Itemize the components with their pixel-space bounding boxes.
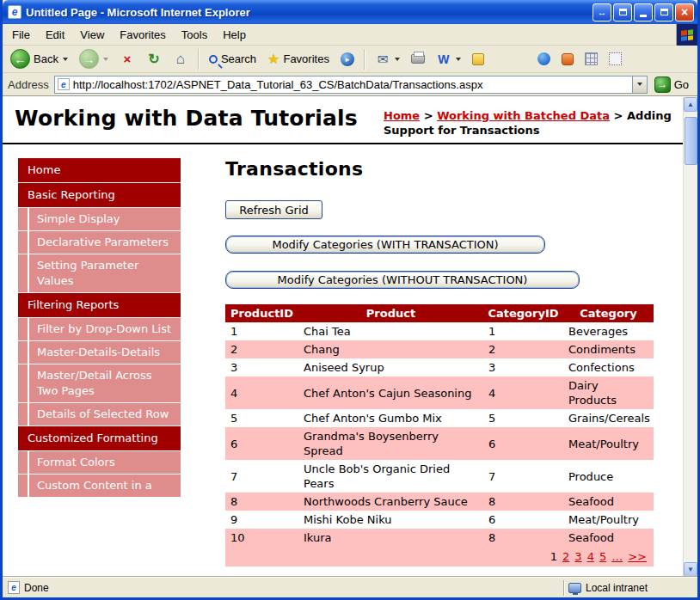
address-bar: Address e → Go: [3, 73, 697, 96]
refresh-icon: ↻: [146, 52, 162, 67]
sidebar-item[interactable]: Master-Details-Details: [18, 341, 181, 364]
sidebar-item-label: Master/Detail Across Two Pages: [29, 364, 181, 402]
back-icon: ←: [10, 49, 30, 69]
sidebar-item[interactable]: Master/Detail Across Two Pages: [18, 364, 181, 402]
discuss-button[interactable]: [468, 52, 488, 67]
select-tool-button[interactable]: [605, 51, 626, 67]
table-row: 9Mishi Kobe Niku6Meat/Poultry: [225, 511, 654, 529]
address-input[interactable]: [73, 77, 632, 92]
search-icon: [209, 55, 218, 64]
table-row: 7Uncle Bob's Organic Dried Pears7Produce: [225, 460, 654, 493]
sidebar-item[interactable]: Format Colors: [18, 451, 181, 474]
pager-row: 12345…>>: [225, 547, 654, 566]
vertical-scrollbar[interactable]: ▲ ▼: [683, 97, 697, 577]
chevron-down-icon: [456, 58, 461, 61]
breadcrumb-separator: >: [610, 109, 627, 122]
print-button[interactable]: [407, 52, 429, 65]
sidebar-item-label: Declarative Parameters: [29, 231, 181, 254]
table-row: 2Chang2Condiments: [225, 340, 654, 358]
table-cell: Uncle Bob's Organic Dried Pears: [298, 460, 483, 493]
pager-link[interactable]: 5: [599, 550, 606, 563]
table-cell: Meat/Poultry: [563, 427, 654, 460]
titlebar-extra-button-2[interactable]: [613, 3, 632, 21]
table-cell: Dairy Products: [563, 377, 654, 409]
pager-link[interactable]: >>: [628, 550, 647, 563]
page-content: Working with Data Tutorials Home > Worki…: [3, 97, 683, 577]
pager-link[interactable]: 4: [587, 550, 594, 563]
table-row: 5Chef Anton's Gumbo Mix5Grains/Cereals: [225, 409, 654, 427]
page-title: Transactions: [225, 158, 655, 180]
browser-window: e Untitled Page - Microsoft Internet Exp…: [0, 0, 700, 600]
table-row: 6Grandma's Boysenberry Spread6Meat/Poult…: [225, 427, 654, 460]
pager-link[interactable]: 2: [562, 550, 569, 563]
menu-item[interactable]: Favorites: [112, 26, 173, 44]
home-button[interactable]: ⌂: [169, 50, 193, 69]
refresh-button[interactable]: ↻: [142, 50, 166, 69]
sidebar-item[interactable]: Home: [18, 158, 181, 182]
sidebar-item[interactable]: Simple Display: [18, 208, 181, 230]
scrollbar-track[interactable]: [684, 112, 697, 562]
forward-icon: →: [79, 49, 99, 69]
media-button[interactable]: ▸: [336, 51, 359, 68]
scroll-down-button[interactable]: ▼: [684, 562, 697, 577]
sidebar-item-label: Simple Display: [29, 208, 181, 230]
sidebar-item[interactable]: Custom Content in a: [18, 474, 181, 497]
scrollbar-thumb[interactable]: [685, 117, 697, 165]
menu-item[interactable]: Help: [215, 26, 254, 44]
site-title: Working with Data Tutorials: [15, 106, 358, 138]
messenger-button[interactable]: [533, 51, 555, 67]
pager: 12345…>>: [225, 547, 654, 566]
mail-button[interactable]: ✉: [371, 50, 404, 69]
menu-item[interactable]: Edit: [38, 26, 72, 44]
menu-item[interactable]: File: [4, 26, 38, 44]
sidebar-item[interactable]: Details of Selected Row: [18, 403, 181, 426]
table-cell: 2: [483, 340, 563, 358]
sidebar-item[interactable]: Filtering Reports: [18, 293, 181, 317]
table-cell: Chai Tea: [298, 322, 483, 340]
pager-link[interactable]: …: [611, 550, 623, 563]
modify-with-transaction-button[interactable]: Modify Categories (WITH TRANSACTION): [225, 236, 545, 254]
scroll-up-button[interactable]: ▲: [684, 97, 697, 112]
toolbar: ← Back → × ↻ ⌂ Search ★ Favorites ▸ ✉ W: [3, 46, 697, 73]
back-button[interactable]: ← Back: [6, 47, 72, 70]
breadcrumb-link[interactable]: Home: [384, 109, 420, 122]
grid-tool-button[interactable]: [580, 51, 602, 67]
forward-button[interactable]: →: [75, 47, 113, 70]
menu-item[interactable]: View: [72, 26, 112, 44]
windows-logo-icon: [676, 24, 697, 46]
close-button[interactable]: ×: [675, 3, 694, 21]
sidebar-item[interactable]: Filter by Drop-Down List: [18, 318, 181, 340]
menu-item[interactable]: Tools: [174, 26, 215, 44]
sidebar-item-strip: [18, 474, 28, 497]
address-dropdown-button[interactable]: [632, 77, 647, 93]
breadcrumb-link[interactable]: Working with Batched Data: [437, 109, 610, 122]
go-button[interactable]: → Go: [653, 76, 694, 94]
pager-link[interactable]: 3: [574, 550, 581, 563]
stop-button[interactable]: ×: [115, 50, 139, 69]
edit-button[interactable]: W: [432, 50, 465, 69]
search-button[interactable]: Search: [205, 51, 261, 67]
restore-icon: [660, 9, 668, 15]
research-button[interactable]: [557, 52, 578, 67]
favorites-button[interactable]: ★ Favorites: [263, 49, 334, 69]
home-icon: ⌂: [173, 52, 188, 67]
refresh-grid-button[interactable]: Refresh Grid: [225, 200, 322, 219]
maximize-button[interactable]: [654, 3, 673, 21]
titlebar-extra-button-1[interactable]: ↔: [593, 3, 611, 21]
sidebar-item-strip: [18, 341, 28, 364]
sidebar-item[interactable]: Basic Reporting: [18, 183, 181, 207]
table-cell: 6: [225, 427, 298, 460]
chevron-down-icon: [637, 83, 642, 86]
status-bar: e Done Local intranet: [3, 577, 697, 597]
toolbar-separator: [364, 49, 365, 70]
address-box: e: [54, 76, 648, 94]
sidebar-item[interactable]: Customized Formatting: [18, 426, 181, 450]
modify-without-transaction-button[interactable]: Modify Categories (WITHOUT TRANSACTION): [225, 271, 580, 289]
sidebar-item[interactable]: Setting Parameter Values: [18, 254, 181, 292]
breadcrumb-separator: >: [420, 109, 437, 122]
sidebar-item[interactable]: Declarative Parameters: [18, 231, 181, 254]
sidebar-item-strip: [18, 364, 28, 402]
minimize-button[interactable]: [634, 3, 653, 21]
discuss-icon: [472, 53, 484, 65]
mail-icon: ✉: [375, 52, 390, 67]
